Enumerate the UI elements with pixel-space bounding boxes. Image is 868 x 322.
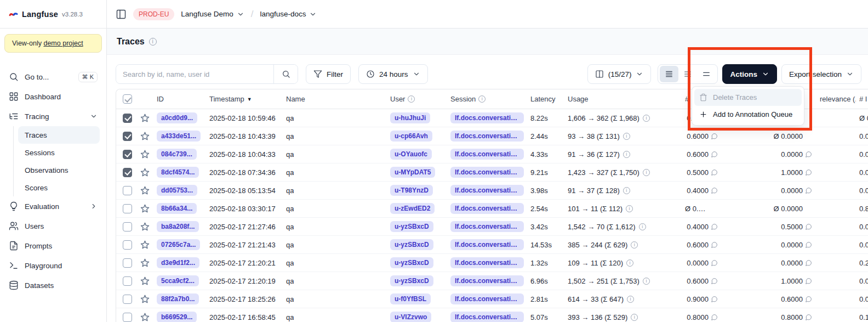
trace-id-badge[interactable]: 8dcf4574...: [157, 167, 199, 178]
favorite-star-icon[interactable]: [140, 150, 150, 159]
comment-bubble-icon[interactable]: [711, 259, 718, 267]
table-row[interactable]: dd05753... 2025-02-18 05:13:54 qa u-T98Y…: [116, 182, 868, 200]
session-badge[interactable]: lf.docs.conversation...: [450, 149, 524, 160]
favorite-star-icon[interactable]: [140, 258, 150, 268]
actions-button[interactable]: Actions: [722, 64, 777, 84]
comment-bubble-icon[interactable]: [711, 278, 718, 285]
comment-bubble-icon[interactable]: [805, 151, 812, 158]
favorite-star-icon[interactable]: [140, 295, 150, 304]
demo-project-link[interactable]: demo project: [43, 39, 83, 47]
column-visibility-button[interactable]: (15/27): [587, 64, 652, 84]
export-selection-button[interactable]: Export selection: [781, 64, 861, 84]
comment-bubble-icon[interactable]: [805, 278, 812, 285]
time-range-button[interactable]: 24 hours: [358, 64, 428, 84]
comment-bubble-icon[interactable]: [711, 314, 718, 321]
table-row[interactable]: d3e9d1f2... 2025-02-17 21:20:21 qa u-yzS…: [116, 254, 868, 272]
session-badge[interactable]: lf.docs.conversation...: [450, 275, 524, 286]
table-row[interactable]: 88f2a7b0... 2025-02-17 18:25:26 qa u-f0Y…: [116, 290, 868, 308]
favorite-star-icon[interactable]: [140, 114, 150, 123]
header-timestamp[interactable]: Timestamp: [209, 95, 244, 103]
row-checkbox[interactable]: [123, 295, 132, 304]
session-badge[interactable]: lf.docs.conversation...: [450, 239, 524, 250]
row-checkbox[interactable]: [123, 168, 132, 177]
header-session[interactable]: Session: [450, 95, 476, 103]
sort-desc-icon[interactable]: ▼: [247, 97, 252, 102]
user-badge[interactable]: u-yzSBxcD: [390, 239, 433, 250]
comment-bubble-icon[interactable]: [711, 151, 718, 158]
sidebar-item-prompts[interactable]: Prompts: [4, 236, 102, 256]
trace-id-badge[interactable]: 084c739...: [157, 149, 197, 160]
header-latency[interactable]: Latency: [530, 95, 556, 103]
user-badge[interactable]: u-zEwdED2: [390, 203, 435, 214]
trace-id-badge[interactable]: 07265c7a...: [157, 239, 200, 250]
favorite-star-icon[interactable]: [140, 276, 150, 286]
search-button[interactable]: [273, 65, 298, 83]
session-badge[interactable]: lf.docs.conversation...: [450, 185, 524, 196]
menu-item-add-to-annotation-queue[interactable]: Add to Annotation Queue: [694, 106, 802, 123]
user-badge[interactable]: u-T98YnzD: [390, 185, 433, 196]
sidebar-toggle-icon[interactable]: [116, 9, 127, 20]
goto-search[interactable]: Go to... ⌘ K: [4, 67, 102, 87]
user-badge[interactable]: u-yzSBxcD: [390, 257, 433, 268]
comment-bubble-icon[interactable]: [805, 259, 812, 267]
header-id[interactable]: ID: [157, 95, 164, 103]
trace-id-badge[interactable]: ba8a208f...: [157, 221, 199, 232]
sidebar-item-scores[interactable]: Scores: [18, 179, 100, 196]
sidebar-item-sessions[interactable]: Sessions: [18, 144, 100, 161]
comment-bubble-icon[interactable]: [711, 223, 718, 230]
session-badge[interactable]: lf.docs.conversation...: [450, 131, 524, 142]
table-row[interactable]: a433de51... 2025-02-18 10:43:39 qa u-cp6…: [116, 127, 868, 145]
row-checkbox[interactable]: [123, 240, 132, 250]
row-checkbox[interactable]: [123, 276, 132, 286]
user-badge[interactable]: u-yzSBxcD: [390, 275, 433, 286]
comment-bubble-icon[interactable]: [711, 187, 718, 194]
user-badge[interactable]: u-huJhuJi: [390, 112, 430, 123]
trace-id-badge[interactable]: b669529...: [157, 312, 197, 322]
user-badge[interactable]: u-yzSBxcD: [390, 221, 433, 232]
search-input[interactable]: [116, 65, 273, 83]
header-last-column[interactable]: # I: [859, 95, 867, 103]
sidebar-item-playground[interactable]: Playground: [4, 256, 102, 275]
row-checkbox[interactable]: [123, 132, 132, 141]
row-checkbox[interactable]: [123, 204, 132, 213]
trace-id-badge[interactable]: d3e9d1f2...: [157, 257, 199, 268]
favorite-star-icon[interactable]: [140, 204, 150, 213]
row-checkbox[interactable]: [123, 186, 132, 195]
table-row[interactable]: 8b66a34... 2025-02-18 03:30:17 qa u-zEwd…: [116, 200, 868, 218]
project-selector[interactable]: langfuse-docs: [260, 10, 317, 18]
comment-bubble-icon[interactable]: [805, 187, 812, 194]
comment-bubble-icon[interactable]: [805, 296, 812, 303]
trace-id-badge[interactable]: a0cd0d9...: [157, 112, 197, 123]
row-checkbox[interactable]: [123, 150, 132, 159]
comment-bubble-icon[interactable]: [711, 241, 718, 248]
favorite-star-icon[interactable]: [140, 240, 150, 250]
comment-bubble-icon[interactable]: [711, 296, 718, 303]
favorite-star-icon[interactable]: [140, 168, 150, 177]
trace-id-badge[interactable]: 88f2a7b0...: [157, 293, 199, 304]
user-badge[interactable]: u-cp66Avh: [390, 131, 432, 142]
session-badge[interactable]: lf.docs.conversation...: [450, 112, 524, 123]
session-badge[interactable]: lf.docs.conversation...: [450, 203, 524, 214]
org-selector[interactable]: Langfuse Demo: [181, 10, 244, 18]
user-badge[interactable]: u-f0YfBSL: [390, 293, 431, 304]
comment-bubble-icon[interactable]: [805, 241, 812, 248]
row-height-medium-button[interactable]: [678, 66, 697, 82]
session-badge[interactable]: lf.docs.conversation...: [450, 293, 524, 304]
row-checkbox[interactable]: [123, 114, 132, 123]
sidebar-item-dashboard[interactable]: Dashboard: [4, 87, 102, 106]
session-badge[interactable]: lf.docs.conversation...: [450, 167, 524, 178]
comment-bubble-icon[interactable]: [711, 169, 718, 176]
favorite-star-icon[interactable]: [140, 186, 150, 195]
table-row[interactable]: 084c739... 2025-02-18 10:04:33 qa u-OYau…: [116, 145, 868, 163]
table-row[interactable]: 8dcf4574... 2025-02-18 07:34:36 qa u-MYp…: [116, 163, 868, 182]
sidebar-item-traces[interactable]: Traces: [18, 126, 100, 144]
select-all-checkbox[interactable]: [123, 94, 132, 104]
favorite-star-icon[interactable]: [140, 313, 150, 322]
sidebar-item-evaluation[interactable]: Evaluation: [4, 196, 102, 216]
sidebar-item-tracing[interactable]: Tracing: [4, 106, 102, 126]
trace-id-badge[interactable]: a433de51...: [157, 131, 201, 142]
row-height-small-button[interactable]: [660, 66, 678, 82]
session-badge[interactable]: lf.docs.conversation...: [450, 257, 524, 268]
comment-bubble-icon[interactable]: [805, 314, 812, 321]
sidebar-item-datasets[interactable]: Datasets: [4, 275, 102, 295]
